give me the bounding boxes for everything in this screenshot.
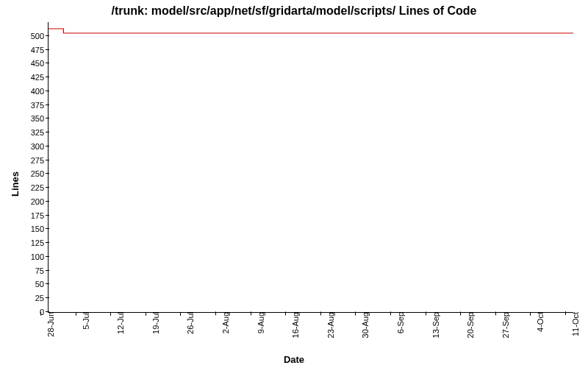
x-tick: 20-Sep	[462, 312, 475, 338]
y-tick: 500	[31, 32, 49, 40]
x-tick: 13-Sep	[427, 312, 440, 338]
y-tick: 125	[31, 238, 49, 247]
x-tick: 11-Oct	[567, 312, 580, 336]
y-tick: 250	[31, 169, 49, 178]
y-tick: 325	[31, 128, 49, 137]
y-tick: 25	[35, 294, 49, 302]
x-axis-label: Date	[0, 354, 588, 365]
y-tick: 475	[31, 46, 49, 54]
x-tick: 23-Aug	[322, 312, 335, 338]
x-tick: 6-Sep	[392, 312, 405, 333]
y-tick: 100	[31, 252, 49, 261]
y-tick: 150	[31, 224, 49, 233]
y-tick: 400	[31, 87, 49, 96]
y-tick: 200	[31, 197, 49, 206]
plot-area: 0255075100125150175200225250275300325350…	[48, 22, 573, 313]
y-tick: 50	[35, 280, 49, 289]
y-tick: 350	[31, 114, 49, 123]
y-tick: 450	[31, 59, 49, 68]
y-tick: 175	[31, 211, 49, 220]
y-tick: 375	[31, 101, 49, 110]
y-tick: 300	[31, 142, 49, 151]
x-tick: 2-Aug	[217, 312, 230, 333]
x-tick: 28-Jun	[42, 312, 55, 337]
y-tick: 225	[31, 183, 49, 192]
chart-title: /trunk: model/src/app/net/sf/gridarta/mo…	[0, 4, 588, 18]
x-tick: 4-Oct	[531, 312, 545, 332]
line-series	[49, 22, 573, 312]
y-tick: 275	[31, 156, 49, 165]
y-tick: 425	[31, 73, 49, 82]
y-tick: 75	[35, 266, 49, 275]
x-tick: 9-Aug	[252, 312, 265, 333]
chart-container: /trunk: model/src/app/net/sf/gridarta/mo…	[0, 0, 588, 368]
x-tick: 16-Aug	[287, 312, 300, 338]
x-tick: 30-Aug	[356, 312, 370, 338]
series-line	[49, 29, 573, 33]
x-tick: 5-Jul	[77, 312, 90, 330]
x-tick: 27-Sep	[497, 312, 510, 338]
y-axis-label: Lines	[10, 171, 21, 197]
x-tick: 26-Jul	[182, 312, 195, 334]
x-tick: 19-Jul	[147, 312, 160, 334]
x-tick: 12-Jul	[112, 312, 125, 334]
